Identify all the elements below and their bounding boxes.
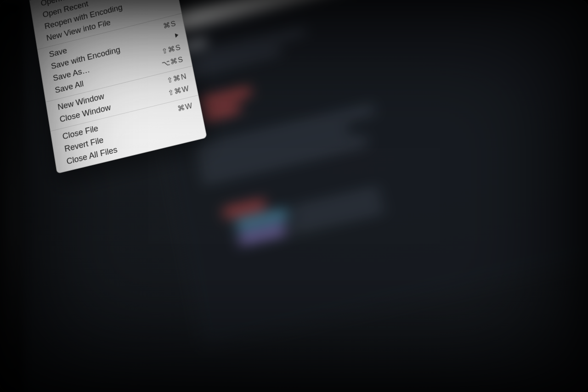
screenshot-frame: Sublime Text File Edit Selection Find Vi…	[0, 0, 588, 392]
soft-focus-overlay	[0, 0, 588, 392]
